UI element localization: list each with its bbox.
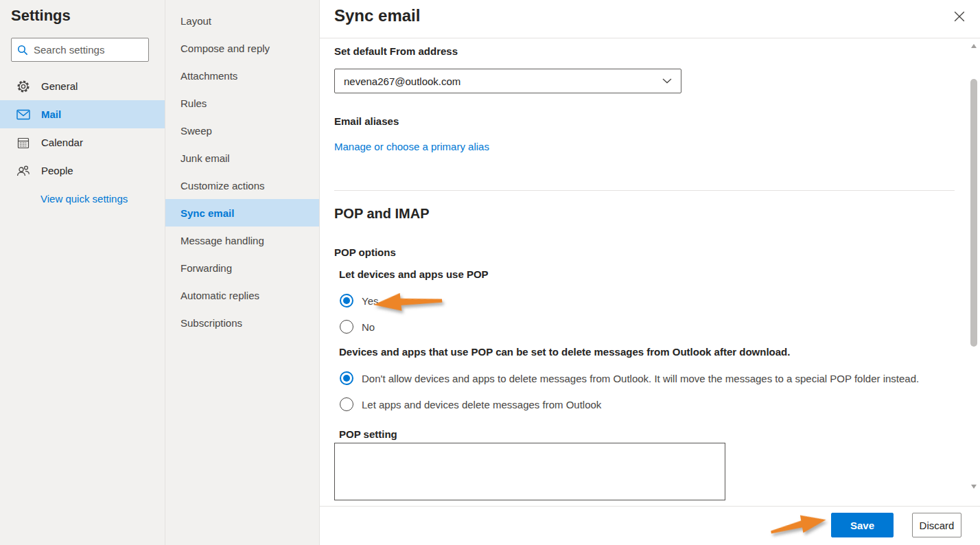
category-item[interactable]: Layout	[165, 7, 319, 34]
discard-button[interactable]: Discard	[912, 513, 961, 537]
radio-option[interactable]: Don't allow devices and apps to delete m…	[340, 371, 919, 385]
category-item-label: Layout	[180, 15, 211, 27]
sidebar-nav: General Mail	[0, 72, 165, 185]
category-item[interactable]: Rules	[165, 89, 319, 117]
category-item-label: Junk email	[180, 152, 230, 164]
category-item-label: Automatic replies	[180, 290, 259, 301]
gear-icon	[16, 80, 30, 93]
category-item[interactable]: Sweep	[165, 117, 319, 144]
calendar-icon	[16, 136, 30, 150]
category-item[interactable]: Message handling	[165, 227, 319, 254]
pop-delete-question: Devices and apps that use POP can be set…	[339, 346, 790, 358]
radio-option-label: Let apps and devices delete messages fro…	[362, 399, 601, 410]
category-item[interactable]: Automatic replies	[165, 281, 319, 309]
search-settings-box[interactable]	[11, 38, 149, 62]
category-item[interactable]: Compose and reply	[165, 34, 319, 62]
settings-title: Settings	[11, 7, 71, 25]
category-item-label: Subscriptions	[180, 317, 242, 329]
pop-setting-box	[334, 443, 725, 500]
category-item-label: Sync email	[180, 207, 234, 219]
sidebar-item-label: People	[41, 165, 73, 176]
from-address-value: nevena267@outlook.com	[344, 76, 662, 87]
chevron-down-icon	[662, 78, 672, 84]
use-pop-label: Let devices and apps use POP	[339, 268, 489, 280]
sidebar-item-label: Mail	[41, 108, 61, 120]
search-settings-input[interactable]	[34, 44, 170, 56]
header-divider	[320, 38, 980, 38]
panel-title: Sync email	[334, 6, 420, 25]
pop-setting-label: POP setting	[339, 428, 397, 440]
save-button[interactable]: Save	[831, 513, 894, 537]
category-item[interactable]: Junk email	[165, 144, 319, 172]
radio-icon	[340, 371, 353, 385]
category-item-label: Customize actions	[180, 180, 265, 192]
sidebar-item-people[interactable]: People	[0, 156, 165, 185]
radio-option-label: No	[362, 321, 375, 333]
category-item-label: Message handling	[180, 235, 264, 246]
settings-window: Settings General	[0, 0, 980, 545]
view-quick-settings-link[interactable]: View quick settings	[40, 193, 128, 205]
manage-alias-link[interactable]: Manage or choose a primary alias	[334, 141, 489, 152]
category-item[interactable]: Subscriptions	[165, 309, 319, 336]
pop-imap-heading: POP and IMAP	[334, 206, 430, 222]
category-item-label: Rules	[180, 97, 207, 109]
sidebar-item-general[interactable]: General	[0, 72, 165, 100]
from-address-label: Set default From address	[334, 45, 458, 57]
search-icon	[17, 45, 28, 56]
section-divider	[334, 190, 955, 191]
radio-option[interactable]: No	[340, 320, 378, 334]
sidebar-item-mail[interactable]: Mail	[0, 100, 165, 128]
sidebar-item-label: General	[41, 80, 78, 92]
sidebar-item-calendar[interactable]: Calendar	[0, 128, 165, 156]
from-address-combobox[interactable]: nevena267@outlook.com	[334, 69, 681, 93]
envelope-icon	[16, 108, 30, 121]
radio-option[interactable]: Let apps and devices delete messages fro…	[340, 397, 919, 411]
radio-option-label: Don't allow devices and apps to delete m…	[362, 373, 919, 384]
category-item-label: Sweep	[180, 125, 212, 137]
scrollbar-down-arrow[interactable]	[971, 485, 977, 489]
category-item[interactable]: Sync email	[165, 199, 319, 227]
category-item[interactable]: Customize actions	[165, 172, 319, 199]
mail-settings-categories: Layout Compose and reply Attachments Rul…	[165, 0, 319, 545]
radio-icon	[340, 294, 353, 308]
radio-icon	[340, 320, 353, 334]
radio-icon	[340, 397, 353, 411]
pop-delete-radio-group: Don't allow devices and apps to delete m…	[340, 371, 919, 424]
scrollbar-thumb[interactable]	[970, 79, 977, 347]
footer-divider	[320, 506, 980, 507]
category-item-label: Forwarding	[180, 262, 232, 274]
settings-sidebar: Settings General	[0, 0, 165, 545]
scrollbar-up-arrow[interactable]	[971, 44, 977, 48]
category-item[interactable]: Attachments	[165, 62, 319, 89]
sidebar-item-label: Calendar	[41, 137, 83, 148]
email-aliases-label: Email aliases	[334, 115, 399, 127]
close-icon[interactable]	[953, 10, 966, 23]
people-icon	[16, 164, 30, 178]
category-item-label: Attachments	[180, 70, 237, 82]
category-item[interactable]: Forwarding	[165, 254, 319, 281]
category-item-label: Compose and reply	[180, 43, 270, 54]
pop-options-label: POP options	[334, 246, 396, 258]
